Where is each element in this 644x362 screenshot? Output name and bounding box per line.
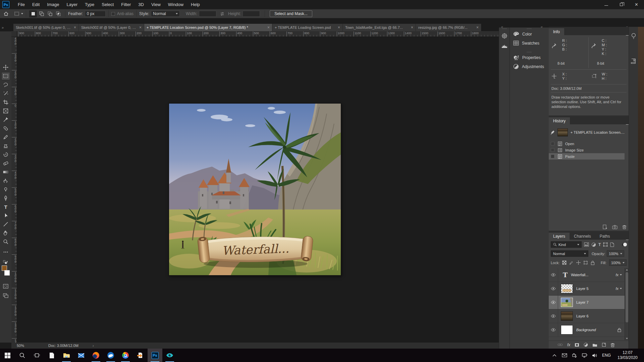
blend-mode-dropdown[interactable]: Normal — [551, 250, 588, 257]
taskbar-notepad-app[interactable] — [44, 349, 59, 362]
color-panel-button[interactable]: Color — [510, 29, 549, 39]
tray-language-indicator[interactable]: ENG — [600, 353, 613, 358]
filter-adjustment-layers-icon[interactable] — [591, 242, 596, 247]
layer-thumbnail[interactable] — [561, 298, 573, 307]
dock-grip[interactable] — [499, 27, 509, 29]
eyedropper-tool[interactable] — [1, 116, 10, 124]
visibility-toggle[interactable] — [549, 282, 558, 295]
channels-panel-tab[interactable]: Channels — [570, 233, 595, 240]
zoom-tool[interactable] — [1, 238, 10, 246]
hand-tool[interactable] — [1, 229, 10, 237]
horizontal-ruler[interactable]: 9008007006005004003002001000100200300400… — [11, 31, 499, 37]
menu-view[interactable]: View — [148, 0, 164, 9]
delete-layer-trash-icon[interactable] — [610, 343, 615, 347]
learn-panel-lightbulb-icon[interactable] — [629, 32, 638, 41]
navigator-panel-icon[interactable] — [499, 31, 509, 41]
link-layers-icon[interactable] — [557, 343, 563, 346]
menu-filter[interactable]: Filter — [117, 0, 135, 9]
layer-row-layer5[interactable]: Layer 5 fx — [549, 282, 625, 296]
background-color-swatch[interactable] — [4, 270, 10, 276]
height-input[interactable] — [243, 11, 260, 17]
anti-alias-checkbox[interactable] — [111, 12, 115, 16]
taskbar-file-explorer-app[interactable] — [59, 349, 74, 362]
menu-3d[interactable]: 3D — [135, 0, 148, 9]
swap-colors-icon[interactable] — [1, 258, 10, 266]
close-tab-icon[interactable]: × — [267, 25, 270, 30]
document-tab-resizing[interactable]: resizing.jpg @ 66.7% (RGB/...× — [416, 24, 481, 31]
lock-artboard-nesting-icon[interactable] — [583, 260, 588, 265]
feather-input[interactable]: 0 px — [85, 11, 106, 17]
layer-thumbnail[interactable] — [561, 311, 573, 321]
delete-state-trash-icon[interactable] — [622, 225, 627, 229]
properties-panel-button[interactable]: Properties — [510, 53, 549, 62]
document-tab-town-islamuelle[interactable]: Town_IslaMuelle_Exit.tga @ 66.7...× — [343, 24, 416, 31]
layer-effects-badge[interactable]: fx — [615, 287, 622, 291]
lock-all-icon[interactable] — [591, 260, 595, 265]
swap-dimensions-icon[interactable] — [220, 12, 225, 16]
canvas-work-area[interactable]: Waterfall... — [17, 37, 499, 343]
layer-thumbnail[interactable] — [561, 284, 573, 293]
document-tab-template-loading-screen[interactable]: + TEMPLATE Loading Screen.psd× — [272, 24, 343, 31]
paths-panel-tab[interactable]: Paths — [595, 233, 614, 240]
pen-tool[interactable] — [1, 194, 10, 202]
menu-edit[interactable]: Edit — [29, 0, 43, 9]
scrollbar-thumb[interactable] — [626, 272, 628, 322]
menu-image[interactable]: Image — [43, 0, 63, 9]
new-group-folder-icon[interactable] — [592, 343, 597, 347]
document-tab-template-location-screen[interactable]: + TEMPLATE Location Screen.psd @ 50% (La… — [144, 24, 272, 31]
filter-type-layers-icon[interactable]: T — [598, 242, 601, 247]
swatches-panel-button[interactable]: Swatches — [510, 39, 549, 48]
add-layer-style-icon[interactable]: fx — [567, 343, 570, 347]
document-tab-sketch001[interactable]: Sketch001.tif @ 50% (Layer 0, RG...× — [13, 24, 79, 31]
eyedropper-icon[interactable] — [591, 43, 597, 48]
ruler-origin-corner[interactable] — [11, 31, 17, 37]
history-step-open[interactable]: Open — [549, 140, 625, 147]
lock-position-icon[interactable] — [576, 260, 581, 265]
eraser-tool[interactable] — [1, 159, 10, 167]
scroll-up-icon[interactable] — [626, 269, 628, 270]
history-step-image-size[interactable]: Image Size — [549, 147, 625, 153]
visibility-toggle[interactable] — [549, 268, 558, 282]
taskbar-firefox-app[interactable] — [89, 349, 103, 362]
new-document-from-state-icon[interactable] — [602, 225, 607, 229]
tray-usb-icon[interactable] — [570, 353, 580, 358]
home-icon[interactable] — [3, 11, 9, 16]
opacity-field[interactable]: 100% — [607, 250, 624, 257]
menu-window[interactable]: Window — [164, 0, 187, 9]
add-selection-mode-button[interactable] — [38, 10, 45, 17]
clone-stamp-tool[interactable] — [1, 142, 10, 150]
taskbar-eye-app[interactable] — [162, 349, 177, 362]
status-options-chevron[interactable]: › — [93, 344, 94, 348]
menu-file[interactable]: File — [14, 0, 29, 9]
new-selection-mode-button[interactable] — [29, 10, 37, 17]
taskbar-chrome-app[interactable] — [118, 349, 133, 362]
minimize-button[interactable] — [599, 0, 614, 9]
select-and-mask-button[interactable]: Select and Mask... — [270, 10, 312, 17]
filter-pixel-layers-icon[interactable] — [584, 242, 589, 247]
history-snapshot-row[interactable]: + TEMPLATE Location Screen.... — [549, 127, 625, 138]
filter-kind-dropdown[interactable]: Kind — [551, 241, 582, 248]
taskbar-search-button[interactable] — [15, 349, 30, 362]
taskbar-installer-app[interactable] — [133, 349, 148, 362]
tab-overflow-icon[interactable]: » — [2, 25, 3, 29]
layer-row-background[interactable]: Background — [549, 323, 625, 337]
style-dropdown[interactable]: Normal — [151, 11, 180, 17]
close-tab-icon[interactable]: × — [139, 25, 142, 30]
history-source-checkbox[interactable] — [551, 142, 554, 145]
crop-tool[interactable] — [1, 98, 10, 106]
line-tool[interactable] — [1, 220, 10, 228]
tool-preset-dropdown[interactable] — [14, 11, 23, 16]
document-tab-sketch002[interactable]: Sketch002.tif @ 50% (Layer 0, RG...× — [79, 24, 144, 31]
width-input[interactable] — [199, 11, 216, 17]
layers-scrollbar[interactable] — [625, 268, 629, 340]
quick-mask-mode-button[interactable] — [1, 282, 10, 290]
layer-row-layer7[interactable]: Layer 7 — [549, 296, 625, 309]
history-brush-tool[interactable] — [1, 150, 10, 159]
menu-layer[interactable]: Layer — [63, 0, 82, 9]
close-tab-icon[interactable]: × — [338, 25, 340, 30]
filter-toggle-switch[interactable] — [622, 243, 627, 246]
menu-help[interactable]: Help — [187, 0, 204, 9]
scroll-down-icon[interactable] — [626, 338, 628, 339]
taskbar-thunderbird-app[interactable] — [103, 349, 118, 362]
rectangular-marquee-tool[interactable] — [1, 72, 10, 80]
